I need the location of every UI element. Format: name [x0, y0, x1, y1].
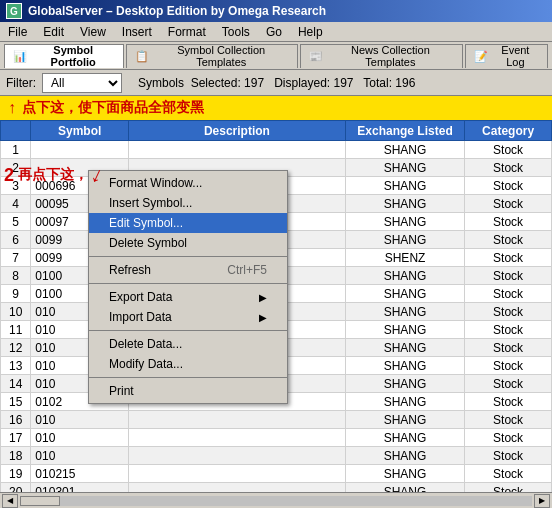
context-menu-item-5[interactable]: Export Data▶	[89, 287, 287, 307]
context-menu-item-4[interactable]: RefreshCtrl+F5	[89, 260, 287, 280]
cell-exchange: SHANG	[345, 429, 464, 447]
ctx-item-shortcut: Ctrl+F5	[227, 263, 267, 277]
cell-num: 19	[1, 465, 31, 483]
cell-exchange: SHANG	[345, 447, 464, 465]
context-menu-item-8[interactable]: Modify Data...	[89, 354, 287, 374]
cell-symbol: 010	[31, 447, 129, 465]
step2-text: 再点下这，	[18, 166, 88, 184]
scroll-left-btn[interactable]: ◀	[2, 494, 18, 508]
cell-category: Stock	[465, 177, 552, 195]
cell-desc	[128, 465, 345, 483]
menu-file[interactable]: File	[0, 23, 35, 41]
cell-num: 13	[1, 357, 31, 375]
cell-desc	[128, 141, 345, 159]
cell-num: 12	[1, 339, 31, 357]
col-header-category[interactable]: Category	[465, 121, 552, 141]
annotation-banner: ↑ 点下这，使下面商品全部变黑	[0, 96, 552, 120]
col-header-exchange[interactable]: Exchange Listed	[345, 121, 464, 141]
cell-exchange: SHANG	[345, 195, 464, 213]
menu-go[interactable]: Go	[258, 23, 290, 41]
ctx-item-label: Edit Symbol...	[109, 216, 183, 230]
table-row[interactable]: 20 010301 SHANG Stock	[1, 483, 552, 493]
scroll-track[interactable]	[20, 496, 532, 506]
context-menu-item-9[interactable]: Print	[89, 381, 287, 401]
context-menu-item-1[interactable]: Insert Symbol...	[89, 193, 287, 213]
context-menu-item-6[interactable]: Import Data▶	[89, 307, 287, 327]
cell-num: 16	[1, 411, 31, 429]
scroll-thumb[interactable]	[20, 496, 60, 506]
cell-category: Stock	[465, 195, 552, 213]
context-menu-item-0[interactable]: Format Window...	[89, 173, 287, 193]
cell-exchange: SHANG	[345, 177, 464, 195]
cell-desc	[128, 411, 345, 429]
cell-exchange: SHANG	[345, 303, 464, 321]
cell-category: Stock	[465, 357, 552, 375]
ctx-item-label: Delete Data...	[109, 337, 182, 351]
menu-edit[interactable]: Edit	[35, 23, 72, 41]
portfolio-icon: 📊	[13, 49, 27, 63]
cell-category: Stock	[465, 339, 552, 357]
annotation-step2: 2 再点下这， ↓	[4, 162, 103, 188]
cell-exchange: SHANG	[345, 411, 464, 429]
context-menu: Format Window...Insert Symbol...Edit Sym…	[88, 170, 288, 404]
news-icon: 📰	[309, 49, 323, 63]
table-area: 2 再点下这， ↓ Symbol Description Exchange Li…	[0, 120, 552, 492]
context-menu-item-2[interactable]: Edit Symbol...	[89, 213, 287, 233]
col-header-desc[interactable]: Description	[128, 121, 345, 141]
cell-symbol: 010	[31, 411, 129, 429]
cell-desc	[128, 429, 345, 447]
cell-num: 8	[1, 267, 31, 285]
tab-news-collection[interactable]: 📰 News Collection Templates	[300, 44, 463, 68]
menu-view[interactable]: View	[72, 23, 114, 41]
ctx-separator	[89, 256, 287, 257]
cell-desc	[128, 483, 345, 493]
cell-category: Stock	[465, 411, 552, 429]
cell-exchange: SHANG	[345, 141, 464, 159]
table-row[interactable]: 19 010215 SHANG Stock	[1, 465, 552, 483]
horizontal-scrollbar[interactable]: ◀ ▶	[0, 492, 552, 508]
cell-exchange: SHANG	[345, 231, 464, 249]
context-menu-item-3[interactable]: Delete Symbol	[89, 233, 287, 253]
cell-num: 5	[1, 213, 31, 231]
tab-event-log[interactable]: 📝 Event Log	[465, 44, 548, 68]
cell-desc	[128, 447, 345, 465]
menu-insert[interactable]: Insert	[114, 23, 160, 41]
collection-icon: 📋	[135, 49, 149, 63]
menu-bar: File Edit View Insert Format Tools Go He…	[0, 22, 552, 42]
scroll-right-btn[interactable]: ▶	[534, 494, 550, 508]
tab-symbol-collection[interactable]: 📋 Symbol Collection Templates	[126, 44, 298, 68]
cell-num: 14	[1, 375, 31, 393]
menu-help[interactable]: Help	[290, 23, 331, 41]
cell-exchange: SHANG	[345, 393, 464, 411]
cell-category: Stock	[465, 447, 552, 465]
table-row[interactable]: 17 010 SHANG Stock	[1, 429, 552, 447]
table-row[interactable]: 1 SHANG Stock	[1, 141, 552, 159]
cell-category: Stock	[465, 141, 552, 159]
cell-num: 7	[1, 249, 31, 267]
cell-category: Stock	[465, 303, 552, 321]
cell-category: Stock	[465, 231, 552, 249]
col-header-symbol[interactable]: Symbol	[31, 121, 129, 141]
ctx-separator	[89, 330, 287, 331]
context-menu-item-7[interactable]: Delete Data...	[89, 334, 287, 354]
table-row[interactable]: 18 010 SHANG Stock	[1, 447, 552, 465]
cell-category: Stock	[465, 159, 552, 177]
tab-symbol-portfolio[interactable]: 📊 Symbol Portfolio	[4, 44, 124, 68]
ctx-item-label: Delete Symbol	[109, 236, 187, 250]
menu-tools[interactable]: Tools	[214, 23, 258, 41]
ctx-separator	[89, 283, 287, 284]
ctx-separator	[89, 377, 287, 378]
ctx-item-label: Modify Data...	[109, 357, 183, 371]
title-bar-text: GlobalServer – Desktop Edition by Omega …	[28, 4, 326, 18]
title-bar: G GlobalServer – Desktop Edition by Omeg…	[0, 0, 552, 22]
cell-num: 20	[1, 483, 31, 493]
table-row[interactable]: 16 010 SHANG Stock	[1, 411, 552, 429]
cell-exchange: SHANG	[345, 375, 464, 393]
filter-select[interactable]: All	[42, 73, 122, 93]
cell-num: 9	[1, 285, 31, 303]
arrow-1-icon: ↑	[8, 99, 16, 117]
ctx-item-label: Export Data	[109, 290, 172, 304]
menu-format[interactable]: Format	[160, 23, 214, 41]
cell-exchange: SHANG	[345, 465, 464, 483]
cell-num: 10	[1, 303, 31, 321]
